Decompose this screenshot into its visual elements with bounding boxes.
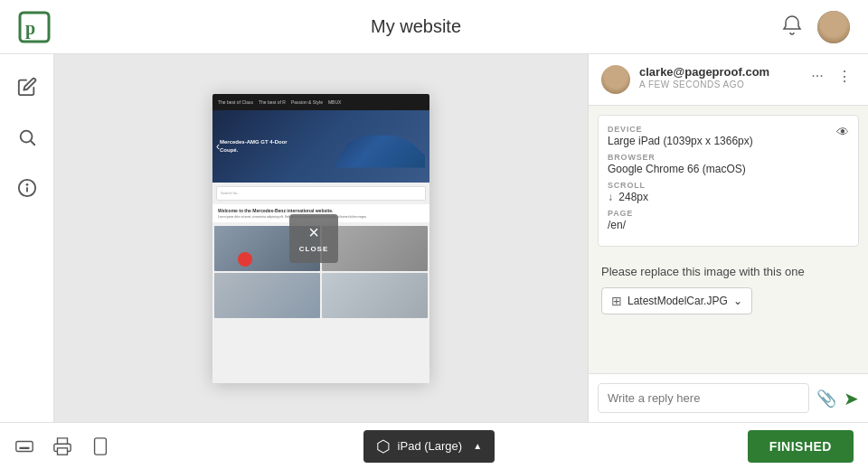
device-frame-icon[interactable] [90,436,110,456]
preview-search: Search for... [216,186,426,201]
commenter-info: clarke@pageproof.com A FEW SECONDS AGO [639,65,797,89]
close-x-icon: × [308,223,319,241]
keyboard-icon[interactable] [14,436,34,456]
device-selector[interactable]: ⬡ iPad (Large) ▲ [363,430,495,463]
device-label: DEVICE [608,125,849,134]
reply-area: 📎 ➤ [589,373,868,422]
scroll-label: SCROLL [608,181,849,190]
page-value: /en/ [608,219,849,231]
attachment-icon: ⊞ [611,294,622,308]
nav-item: Passion & Style [291,99,323,105]
eye-icon[interactable]: 👁 [836,125,849,139]
comment-text: Please replace this image with this one [601,265,855,278]
attach-icon[interactable]: 📎 [816,389,836,408]
scroll-value: ↓ 248px [608,191,849,203]
device-value: Large iPad (1039px x 1366px) [608,135,849,147]
commenter-time: A FEW SECONDS AGO [639,80,797,89]
bottom-left-icons [14,436,110,456]
send-icon[interactable]: ➤ [844,388,859,409]
scroll-row: SCROLL ↓ 248px [608,181,849,203]
device-info-box: 👁 DEVICE Large iPad (1039px x 1366px) BR… [598,115,859,247]
svg-text:p: p [25,18,35,39]
attachment-label: LatestModelCar.JPG [627,295,728,307]
svg-point-2 [20,131,32,143]
main-area: The best of Class The best of R Passion … [0,54,868,422]
comment-actions: ··· ⋮ [807,65,855,87]
bell-icon[interactable] [781,14,803,40]
comment-header: clarke@pageproof.com A FEW SECONDS AGO ·… [589,54,868,106]
page-title: My website [371,16,461,37]
sidebar [0,54,54,422]
print-icon[interactable] [52,436,72,456]
more-button[interactable]: ⋮ [834,65,855,87]
svg-rect-7 [16,441,33,451]
preview-hero: ‹ Mercedes-AMG GT 4-DoorCoupé. [212,110,429,183]
grid-item [214,273,320,318]
canvas-area: The best of Class The best of R Passion … [54,54,588,422]
finished-button[interactable]: FINISHED [748,430,854,463]
svg-rect-14 [95,437,107,454]
header-actions [781,11,850,43]
header: p My website [0,0,868,54]
welcome-title: Welcome to the Mercedes-Benz internation… [218,208,424,213]
scroll-arrow-icon: ↓ [608,191,613,203]
browser-row: BROWSER Google Chrome 66 (macOS) [608,153,849,175]
preview-nav: The best of Class The best of R Passion … [212,94,429,110]
close-button[interactable]: × CLOSE [289,214,338,263]
left-chevron-icon: ‹ [216,140,220,153]
svg-line-3 [31,141,34,145]
reply-input[interactable] [598,383,809,413]
hero-text: Mercedes-AMG GT 4-DoorCoupé. [220,138,288,154]
search-placeholder: Search for... [221,191,241,195]
comment-body: Please replace this image with this one … [589,256,868,324]
svg-rect-13 [58,447,68,454]
browser-label: BROWSER [608,153,849,162]
dots-menu-button[interactable]: ··· [807,65,828,87]
grid-item [322,273,428,318]
page-label: PAGE [608,209,849,218]
commenter-avatar [601,65,630,94]
page-row: PAGE /en/ [608,209,849,231]
attachment-download-icon: ⌄ [733,295,742,307]
info-icon[interactable] [13,174,42,202]
device-label: iPad (Large) [398,439,463,453]
device-row: DEVICE Large iPad (1039px x 1366px) [608,125,849,147]
commenter-email: clarke@pageproof.com [639,65,797,79]
close-label: CLOSE [299,245,329,253]
nav-item: The best of Class [218,99,253,105]
nav-item: MBUX [328,99,341,105]
browser-value: Google Chrome 66 (macOS) [608,163,849,175]
attachment-badge[interactable]: ⊞ LatestModelCar.JPG ⌄ [601,287,752,314]
annotation-dot[interactable] [238,252,252,267]
tablet-icon: ⬡ [376,436,391,456]
comment-panel: clarke@pageproof.com A FEW SECONDS AGO ·… [588,54,868,422]
logo[interactable]: p [18,11,51,43]
car-image [335,128,425,178]
nav-item: The best of R [259,99,286,105]
avatar[interactable] [817,11,850,43]
search-icon[interactable] [13,123,42,152]
pencil-icon[interactable] [13,72,42,101]
bottom-toolbar: ⬡ iPad (Large) ▲ FINISHED [0,422,868,469]
chevron-down-icon: ▲ [473,441,482,451]
